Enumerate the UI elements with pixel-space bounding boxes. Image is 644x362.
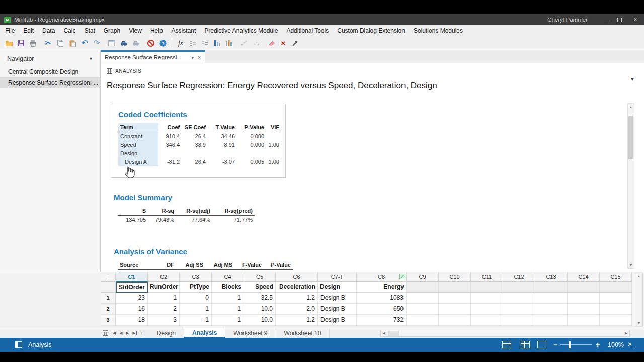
menu-item-file[interactable]: File [5,27,15,34]
zoom-level[interactable]: 100% [608,341,624,348]
worksheet-view-icon[interactable] [521,341,530,348]
output-scrollbar[interactable]: ▲ ▼ [627,103,634,269]
cut-icon[interactable]: ✂ [42,38,54,49]
copy-icon[interactable] [54,38,66,49]
column-header-c14[interactable]: C14 [568,272,600,282]
worksheet-cell[interactable] [439,293,471,304]
assign-formula-icon[interactable]: fx [175,38,187,49]
worksheet-cell[interactable]: Design B [318,293,357,304]
sheet-tab-worksheet-10[interactable]: Worksheet 10 [276,328,330,338]
undo-icon[interactable]: ↶ [78,38,91,49]
column-header-c13[interactable]: C13 [535,272,568,282]
worksheet-cell[interactable]: 1 [212,315,244,326]
column-header-c7-t[interactable]: C7-T [318,272,357,282]
worksheet-cell[interactable]: 16 [116,304,148,315]
worksheet-cell[interactable] [471,304,503,315]
worksheet-cell[interactable]: Design B [318,315,357,326]
column-header-c5[interactable]: C5 [244,272,276,282]
sheet-tab-design[interactable]: Design [149,328,184,338]
minimize-button[interactable] [604,19,608,21]
column-header-c10[interactable]: C10 [439,272,471,282]
worksheet-cell[interactable] [568,304,600,315]
scroll-down-icon[interactable]: ▼ [635,320,642,326]
anova-block[interactable]: Analysis of Variance SourceDFAdj SSAdj M… [114,247,293,270]
cancel-icon[interactable] [145,38,157,49]
column-header-c3[interactable]: C3 [180,272,212,282]
worksheet-cell[interactable] [471,293,503,304]
column-name-cell[interactable]: StdOrder [116,282,148,293]
worksheet-cell[interactable] [600,315,632,326]
worksheet-cell[interactable]: 18 [116,315,148,326]
worksheet-cell[interactable]: 650 [357,304,407,315]
paste-icon[interactable] [66,38,78,49]
menu-item-solutions-modules[interactable]: Solutions Modules [414,27,463,34]
stack-columns-icon[interactable] [211,38,223,49]
worksheet-cell[interactable]: 1 [212,293,244,304]
column-header-c2[interactable]: C2 [148,272,180,282]
column-name-cell[interactable] [568,282,600,293]
sheet-tab-worksheet-9[interactable]: Worksheet 9 [225,328,276,338]
column-header-c1[interactable]: C1 [116,272,148,282]
menu-item-view[interactable]: View [129,27,142,34]
coded-coefficients-card[interactable]: Coded Coefficients TermCoefSE CoefT-Valu… [111,104,286,178]
worksheet-cell[interactable]: 1083 [357,293,407,304]
prev-sheet-icon[interactable]: ◀ [119,331,122,335]
help-icon[interactable]: ? [157,38,169,49]
worksheet-cell[interactable]: 0 [180,293,212,304]
menu-item-predictive-analytics-module[interactable]: Predictive Analytics Module [204,27,278,34]
column-header-c4[interactable]: C4 [212,272,244,282]
menu-item-data[interactable]: Data [42,27,55,34]
new-worksheet-icon[interactable] [106,38,118,49]
worksheet-cell[interactable]: 1 [212,304,244,315]
column-name-cell[interactable] [439,282,471,293]
worksheet-hscrollbar[interactable]: ◀ ▶ [380,330,630,337]
output-view-icon[interactable] [537,341,546,348]
output-tab[interactable]: Response Surface Regressi... ▾ × [101,50,205,63]
last-sheet-icon[interactable]: ▶ [132,331,136,335]
restore-button[interactable] [617,18,622,22]
command-line-icon[interactable]: >_ [628,341,634,348]
print-icon[interactable] [27,38,39,49]
menu-item-custom-dialog-extension[interactable]: Custom Dialog Extension [337,27,405,34]
column-name-cell[interactable]: Deceleration [276,282,318,293]
worksheet-cell[interactable]: 732 [357,315,407,326]
navigator-collapse-icon[interactable]: ▼ [89,56,93,61]
customize-tools-icon[interactable] [289,38,301,49]
menu-item-graph[interactable]: Graph [104,27,120,34]
column-name-cell[interactable]: Speed [244,282,276,293]
find-icon[interactable] [118,38,130,49]
column-name-cell[interactable] [407,282,439,293]
unstack-columns-icon[interactable] [223,38,235,49]
worksheet-cell[interactable] [471,315,503,326]
account-name[interactable]: Cheryl Pammer [547,17,588,23]
worksheet-cell[interactable]: 10.0 [244,315,276,326]
worksheet-cell[interactable] [568,293,600,304]
menu-item-edit[interactable]: Edit [23,27,34,34]
worksheet-cell[interactable] [407,304,439,315]
column-header-c12[interactable]: C12 [503,272,535,282]
zoom-out-button[interactable]: − [553,341,557,349]
column-name-cell[interactable] [503,282,535,293]
worksheet-cell[interactable]: Design B [318,304,357,315]
worksheet-cell[interactable]: 10.0 [244,304,276,315]
row-number[interactable]: 1 [101,293,116,304]
add-sheet-icon[interactable]: + [140,330,144,337]
column-name-cell[interactable] [535,282,568,293]
row-number[interactable]: 2 [101,304,116,315]
worksheet-cell[interactable]: 2 [148,304,180,315]
navigator-item[interactable]: Central Composite Design [0,66,100,77]
delete-icon[interactable]: × [277,38,289,49]
model-summary-block[interactable]: Model Summary SR-sqR-sq(adj)R-sq(pred) 1… [114,193,255,224]
worksheet-cell[interactable]: 3 [148,315,180,326]
column-header-c9[interactable]: C9 [407,272,439,282]
worksheet-cell[interactable]: 1.2 [276,293,318,304]
menu-item-calc[interactable]: Calc [63,27,75,34]
worksheet-cell[interactable]: 2.0 [276,304,318,315]
worksheet-cell[interactable] [600,304,632,315]
redo-icon[interactable]: ↷ [91,38,103,49]
worksheet-cell[interactable] [407,293,439,304]
scroll-right-icon[interactable]: ▶ [623,330,629,336]
worksheet-cell[interactable]: -1 [180,315,212,326]
worksheet-cell[interactable] [503,315,535,326]
tab-close-icon[interactable]: × [198,55,201,60]
